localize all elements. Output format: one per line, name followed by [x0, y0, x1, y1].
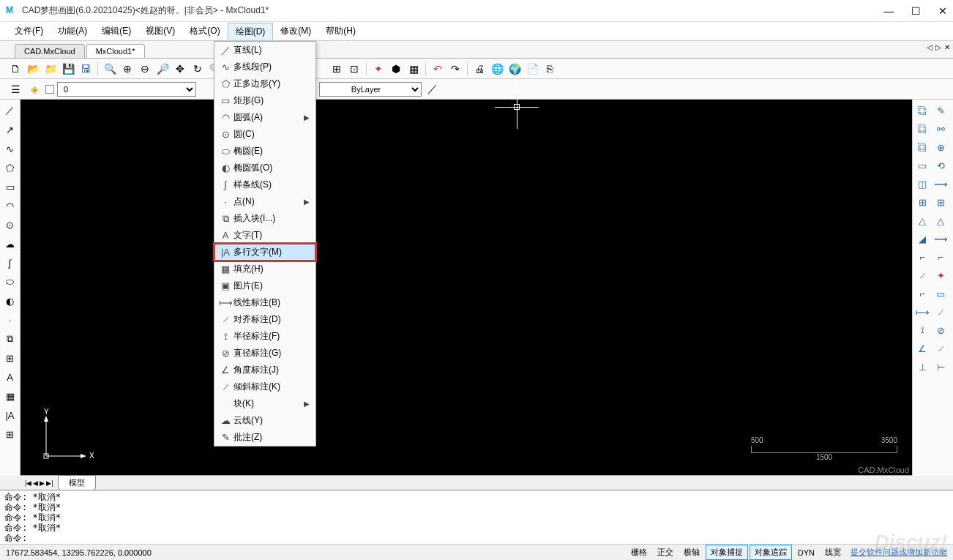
minimize-button[interactable]: — — [883, 5, 894, 17]
tool-a-icon[interactable]: ⊞ — [329, 61, 345, 77]
trim-icon[interactable]: ◫ — [914, 176, 930, 192]
dim-ali-icon[interactable]: ⟋ — [933, 304, 949, 320]
tool4-icon[interactable]: ▭ — [933, 285, 949, 302]
layout-first-icon[interactable]: |◀ — [25, 479, 31, 487]
chamfer-icon[interactable]: ◢ — [914, 231, 930, 247]
menu-item-0[interactable]: ／直线(L) — [214, 42, 315, 59]
status-lwt[interactable]: 线宽 — [821, 545, 845, 559]
model-tab[interactable]: 模型 — [58, 475, 96, 490]
command-window[interactable]: 命令: *取消* 命令: *取消* 命令: *取消* 命令: *取消* 命令: — [0, 490, 953, 544]
menu-item-5[interactable]: ⊙圆(C) — [214, 126, 315, 143]
layout-next-icon[interactable]: ▶ — [40, 479, 45, 487]
tool-c-icon[interactable]: ✦ — [370, 61, 386, 77]
linetype-select[interactable]: ByLayer — [319, 82, 422, 97]
menu-item-9[interactable]: ·点(N)▶ — [214, 193, 315, 210]
erase-icon[interactable]: ⌐ — [933, 249, 949, 265]
insert-tool-icon[interactable]: ⊞ — [2, 350, 18, 366]
menu-item-23[interactable]: ✎批注(Z) — [214, 429, 315, 446]
save-icon[interactable]: 💾 — [60, 61, 76, 77]
menu-edit[interactable]: 编辑(E) — [94, 23, 138, 40]
pan-icon[interactable]: ✥ — [172, 61, 188, 77]
tool1-icon[interactable]: ⟋ — [914, 267, 930, 283]
tab-cad-mxcloud[interactable]: CAD.MxCloud — [15, 44, 85, 58]
menu-item-1[interactable]: ∿多线段(P) — [214, 59, 315, 75]
mirror-icon[interactable]: ▭ — [914, 157, 930, 173]
redo-icon[interactable]: ↷ — [447, 61, 463, 77]
export-icon[interactable]: ⎘ — [542, 61, 558, 77]
menu-item-22[interactable]: ☁云线(Y) — [214, 412, 315, 429]
point-tool-icon[interactable]: · — [2, 312, 18, 328]
table-tool-icon[interactable]: ⊞ — [2, 426, 18, 442]
status-dyn[interactable]: DYN — [793, 547, 819, 559]
tool3-icon[interactable]: ⌐ — [914, 285, 930, 302]
zoom-extents-icon[interactable]: 🔎 — [154, 61, 171, 77]
regen-icon[interactable]: ↻ — [190, 61, 206, 77]
layout-last-icon[interactable]: ▶| — [46, 479, 53, 487]
status-grid[interactable]: 栅格 — [627, 545, 651, 559]
web-icon[interactable]: 🌐 — [489, 61, 505, 77]
xline-tool-icon[interactable]: ↗ — [2, 122, 18, 138]
break-icon[interactable]: △ — [914, 212, 930, 228]
status-polar[interactable]: 极轴 — [679, 545, 704, 559]
maximize-button[interactable]: ☐ — [911, 5, 921, 17]
layer-select[interactable]: 0 — [57, 82, 196, 97]
menu-item-6[interactable]: ⬭椭圆(E) — [214, 143, 315, 160]
close-button[interactable]: ✕ — [938, 5, 947, 17]
menu-item-13[interactable]: ▦填充(H) — [214, 261, 315, 277]
menu-item-11[interactable]: A文字(T) — [214, 227, 315, 244]
dim-rad-icon[interactable]: ⟟ — [914, 322, 930, 338]
menu-item-3[interactable]: ▭矩形(G) — [214, 92, 315, 109]
block-tool-icon[interactable]: ⧉ — [2, 331, 18, 347]
fillet-icon[interactable]: △ — [933, 212, 949, 228]
tool-e-icon[interactable]: ▦ — [406, 61, 422, 77]
pdf-icon[interactable]: 📄 — [524, 61, 540, 77]
layer-color-swatch[interactable] — [45, 85, 54, 94]
menu-format[interactable]: 格式(O) — [182, 23, 227, 40]
menu-item-7[interactable]: ◐椭圆弧(O) — [214, 160, 315, 176]
dim-obl-icon[interactable]: ⟋ — [933, 340, 949, 356]
menu-item-10[interactable]: ⧉插入块(I...) — [214, 210, 315, 227]
tab-next-icon[interactable]: ▷ — [935, 43, 941, 51]
menu-item-2[interactable]: ⬠正多边形(Y) — [214, 75, 315, 92]
menu-item-15[interactable]: ⟼线性标注(B) — [214, 294, 315, 311]
menu-modify[interactable]: 修改(M) — [273, 23, 318, 40]
tool-b-icon[interactable]: ⊡ — [346, 61, 362, 77]
zoom-in-icon[interactable]: ⊕ — [119, 61, 135, 77]
dim-dia-icon[interactable]: ⊘ — [933, 322, 949, 338]
tool2-icon[interactable]: ✦ — [933, 267, 949, 283]
menu-draw[interactable]: 绘图(D) — [228, 23, 274, 40]
menu-help[interactable]: 帮助(H) — [318, 23, 363, 40]
menu-file[interactable]: 文件(F) — [7, 23, 51, 40]
layer-manager-icon[interactable]: ☰ — [7, 81, 23, 97]
tab-prev-icon[interactable]: ◁ — [927, 43, 933, 51]
saveas-icon[interactable]: 🖫 — [78, 61, 94, 77]
status-otrack[interactable]: 对象追踪 — [750, 545, 792, 560]
menu-item-20[interactable]: ⟋倾斜标注(K) — [214, 378, 315, 395]
zoom-window-icon[interactable]: 🔍 — [102, 61, 118, 77]
command-prompt[interactable]: 命令: — [4, 533, 949, 543]
revcloud-tool-icon[interactable]: ☁ — [2, 236, 18, 252]
menu-item-19[interactable]: ∠角度标注(J) — [214, 362, 315, 378]
circle-tool-icon[interactable]: ⊙ — [2, 217, 18, 233]
line-tool-icon[interactable]: ／ — [2, 102, 18, 119]
dim-lin-icon[interactable]: ⟼ — [914, 304, 930, 320]
open-icon[interactable]: 📂 — [25, 61, 41, 77]
menu-item-18[interactable]: ⊘直径标注(G) — [214, 345, 315, 362]
dim-ang-icon[interactable]: ∠ — [914, 340, 930, 356]
rectangle-tool-icon[interactable]: ▭ — [2, 179, 18, 195]
open2-icon[interactable]: 📁 — [42, 61, 59, 77]
new-icon[interactable]: 🗋 — [7, 61, 23, 77]
status-ortho[interactable]: 正交 — [653, 545, 678, 559]
menu-function[interactable]: 功能(A) — [51, 23, 94, 40]
dim-y-icon[interactable]: ⊢ — [933, 359, 949, 375]
status-osnap[interactable]: 对象捕捉 — [706, 545, 748, 560]
polyline-tool-icon[interactable]: ∿ — [2, 141, 18, 157]
menu-view[interactable]: 视图(V) — [138, 23, 182, 40]
print-icon[interactable]: 🖨 — [471, 61, 487, 77]
menu-item-17[interactable]: ⟟半径标注(F) — [214, 328, 315, 345]
extend-icon[interactable]: ⟿ — [933, 176, 949, 192]
menu-item-14[interactable]: ▣图片(E) — [214, 277, 315, 294]
spline-tool-icon[interactable]: ∫ — [2, 255, 18, 271]
offset-icon[interactable]: ⊕ — [933, 139, 949, 155]
tool-d-icon[interactable]: ⬢ — [388, 61, 404, 77]
